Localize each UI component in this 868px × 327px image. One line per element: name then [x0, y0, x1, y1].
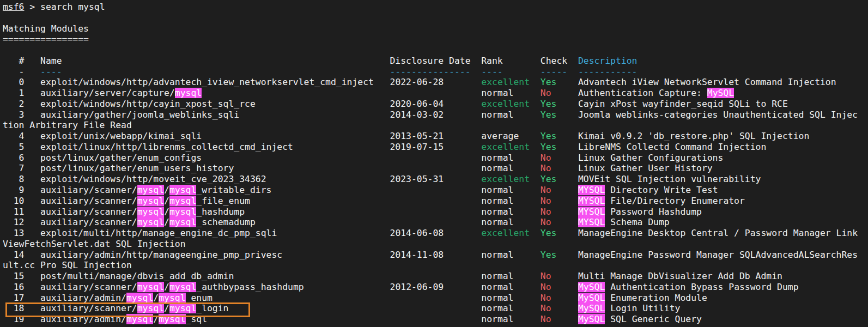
module-rank: excellent: [481, 228, 530, 238]
module-check: No: [541, 314, 551, 324]
search-match-highlight: mysql: [159, 293, 185, 303]
module-check: Yes: [541, 77, 557, 87]
module-rank: normal: [481, 163, 513, 173]
module-check: Yes: [541, 142, 557, 152]
module-check: No: [541, 303, 551, 313]
module-name: exploit/windows/http/cayin_xpost_sql_rce: [40, 99, 256, 109]
module-description: ManageEngine Desktop Central / Password …: [578, 228, 858, 238]
module-rank: normal: [481, 88, 513, 98]
module-name: auxiliary/admin/: [40, 293, 126, 303]
search-match-highlight: mysql: [137, 185, 164, 195]
search-match-highlight: MySQL: [578, 314, 605, 324]
module-name: /: [164, 196, 169, 206]
module-row-3: 3 auxiliary/gather/joomla_weblinks_sqli …: [3, 110, 868, 120]
module-number: 0: [3, 77, 40, 87]
module-description: MOVEit SQL Injection vulnerability: [578, 174, 761, 184]
module-rank: normal: [481, 217, 513, 227]
module-name: _enum: [186, 293, 213, 303]
module-name: /: [164, 282, 169, 292]
search-match-highlight: MySQL: [578, 303, 605, 313]
module-name: _login: [196, 303, 228, 313]
module-rank: average: [481, 131, 519, 141]
module-description: Cayin xPost wayfinder_seqid SQLi to RCE: [578, 99, 788, 109]
module-date: [234, 271, 481, 281]
search-match-highlight: MYSQL: [578, 196, 605, 206]
module-name: _schemadump: [196, 217, 256, 227]
search-match-highlight: mysql: [126, 314, 153, 324]
table-header: # Name Disclosure Date Rank Check Descri…: [3, 56, 868, 66]
module-name: _authbypass_hashdump: [196, 282, 304, 292]
module-name: auxiliary/admin/http/manageengine_pmp_pr…: [40, 250, 282, 260]
module-name: post/linux/gather/enum_users_history: [40, 163, 234, 173]
module-name: exploit/linux/http/librenms_collectd_cmd…: [40, 142, 293, 152]
module-row-17: 17 auxiliary/admin/mysql/mysql_enum norm…: [3, 293, 868, 304]
msf-prompt: msf6: [3, 2, 24, 12]
module-row-7: 7 post/linux/gather/enum_users_history n…: [3, 163, 868, 174]
module-check: No: [541, 88, 551, 98]
module-date: [213, 293, 481, 303]
module-number: 5: [3, 142, 40, 152]
module-name: /: [164, 185, 169, 195]
search-match-highlight: mysql: [169, 196, 196, 206]
module-date: [234, 163, 481, 173]
module-description: File/Directory Enumerator: [605, 196, 745, 206]
module-date: 2020-06-04: [256, 99, 481, 109]
search-match-highlight: MYSQL: [578, 217, 605, 227]
module-row-8: 8 exploit/windows/http/moveit_cve_2023_3…: [3, 174, 868, 185]
module-description: Schema Dump: [605, 217, 669, 227]
module-name: /: [153, 314, 159, 324]
search-match-highlight: mysql: [169, 207, 196, 217]
num-underline: -: [3, 66, 40, 77]
module-check: No: [541, 271, 551, 281]
module-number: 1: [3, 88, 40, 98]
module-name: exploit/unix/webapp/kimai_sqli: [40, 131, 202, 141]
module-number: 14: [3, 250, 40, 260]
search-match-highlight: mysql: [137, 207, 164, 217]
module-description: Joomla weblinks-categories Unauthenticat…: [578, 110, 858, 120]
module-check: No: [541, 207, 551, 217]
module-date: 2019-07-15: [293, 142, 481, 152]
module-name: auxiliary/scanner/: [40, 282, 137, 292]
module-number: 15: [3, 271, 40, 281]
blank-line: [3, 13, 868, 23]
column-header-description: Description: [578, 56, 638, 66]
module-number: 3: [3, 110, 40, 120]
module-name: _writable_dirs: [196, 185, 271, 195]
results-table: # Name Disclosure Date Rank Check Descri…: [3, 56, 868, 325]
terminal[interactable]: msf6 > search mysqlMatching Modules=====…: [0, 0, 868, 327]
module-rank: normal: [481, 250, 513, 260]
module-description: Multi Manage DbVisualizer Add Db Admin: [578, 271, 782, 281]
module-date: 2014-11-08: [282, 250, 481, 260]
module-description: Password Hashdump: [605, 207, 702, 217]
module-name: /: [164, 207, 169, 217]
module-number: 18: [3, 303, 40, 313]
module-name: _file_enum: [196, 196, 250, 206]
module-description: LibreNMS Collectd Command Injection: [578, 142, 766, 152]
search-match-highlight: mysql: [137, 196, 164, 206]
module-rank: excellent: [481, 174, 530, 184]
module-name: post/multi/manage/dbvis_add_db_admin: [40, 271, 234, 281]
search-match-highlight: mysql: [137, 217, 164, 227]
module-date: [271, 185, 481, 195]
module-date: [202, 153, 481, 163]
module-rank: normal: [481, 282, 513, 292]
module-date: [256, 217, 481, 227]
module-date: 2012-06-09: [304, 282, 482, 292]
module-name: auxiliary/scanner/: [40, 217, 137, 227]
module-number: 2: [3, 99, 40, 109]
module-number: 7: [3, 163, 40, 173]
module-name: auxiliary/server/capture/: [40, 88, 175, 98]
module-row-1: 1 auxiliary/server/capture/mysql normal …: [3, 88, 868, 99]
module-name: _hashdump: [196, 207, 245, 217]
module-description: Advantech iView NetworkServlet Command I…: [578, 77, 836, 87]
module-description: Authentication Bypass Password Dump: [605, 282, 798, 292]
module-number: 11: [3, 207, 40, 217]
search-match-highlight: MySQL: [578, 293, 605, 303]
search-match-highlight: MYSQL: [578, 185, 605, 195]
search-match-highlight: MySQL: [707, 88, 734, 98]
module-description: SQL Generic Query: [605, 314, 702, 324]
module-check: No: [541, 217, 551, 227]
module-rank: normal: [481, 153, 513, 163]
table-header-underline: - ---- --------------- ---- ----- ------…: [3, 66, 868, 77]
prompt-separator: >: [24, 2, 40, 12]
